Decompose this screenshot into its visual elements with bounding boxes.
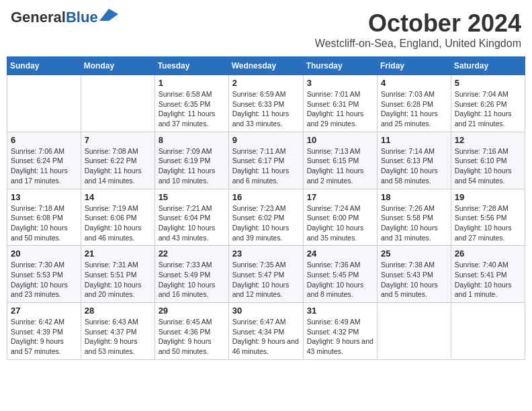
calendar-cell: 3Sunrise: 7:01 AM Sunset: 6:31 PM Daylig… <box>303 75 377 132</box>
day-info: Sunrise: 7:33 AM Sunset: 5:49 PM Dayligh… <box>159 260 225 300</box>
day-info: Sunrise: 7:40 AM Sunset: 5:41 PM Dayligh… <box>455 260 521 300</box>
day-info: Sunrise: 7:04 AM Sunset: 6:26 PM Dayligh… <box>455 89 521 129</box>
weekday-header: Thursday <box>303 57 377 75</box>
day-number: 21 <box>85 248 151 259</box>
calendar-cell: 15Sunrise: 7:21 AM Sunset: 6:04 PM Dayli… <box>154 189 228 246</box>
calendar-cell <box>451 303 525 360</box>
day-number: 13 <box>11 192 77 202</box>
day-number: 17 <box>307 192 373 202</box>
day-number: 22 <box>159 248 225 259</box>
weekday-header: Wednesday <box>228 57 303 75</box>
day-info: Sunrise: 7:11 AM Sunset: 6:17 PM Dayligh… <box>232 146 300 186</box>
day-number: 25 <box>381 248 447 259</box>
calendar-cell: 12Sunrise: 7:16 AM Sunset: 6:10 PM Dayli… <box>451 132 525 189</box>
day-number: 6 <box>11 135 77 145</box>
calendar-cell: 21Sunrise: 7:31 AM Sunset: 5:51 PM Dayli… <box>81 246 154 303</box>
day-number: 7 <box>85 135 151 145</box>
calendar-cell: 10Sunrise: 7:13 AM Sunset: 6:15 PM Dayli… <box>303 132 377 189</box>
weekday-header: Sunday <box>7 57 81 75</box>
day-info: Sunrise: 7:16 AM Sunset: 6:10 PM Dayligh… <box>455 146 521 186</box>
calendar-cell: 6Sunrise: 7:06 AM Sunset: 6:24 PM Daylig… <box>7 132 81 189</box>
weekday-header: Friday <box>378 57 451 75</box>
calendar-cell: 24Sunrise: 7:36 AM Sunset: 5:45 PM Dayli… <box>303 246 377 303</box>
day-info: Sunrise: 6:58 AM Sunset: 6:35 PM Dayligh… <box>159 89 225 129</box>
day-number: 8 <box>159 135 225 145</box>
calendar-cell: 7Sunrise: 7:08 AM Sunset: 6:22 PM Daylig… <box>81 132 154 189</box>
day-number: 16 <box>232 192 300 202</box>
day-number: 19 <box>455 192 521 202</box>
location: Westcliff-on-Sea, England, United Kingdo… <box>315 38 521 50</box>
day-number: 12 <box>455 135 521 145</box>
day-info: Sunrise: 6:47 AM Sunset: 4:34 PM Dayligh… <box>232 317 300 357</box>
calendar-cell: 1Sunrise: 6:58 AM Sunset: 6:35 PM Daylig… <box>154 75 228 132</box>
day-number: 4 <box>381 78 447 88</box>
day-info: Sunrise: 7:08 AM Sunset: 6:22 PM Dayligh… <box>85 146 151 186</box>
day-number: 14 <box>85 192 151 202</box>
day-number: 31 <box>307 306 373 316</box>
calendar-cell: 16Sunrise: 7:23 AM Sunset: 6:02 PM Dayli… <box>228 189 303 246</box>
calendar-cell: 13Sunrise: 7:18 AM Sunset: 6:08 PM Dayli… <box>7 189 81 246</box>
page-header: GeneralBlue October 2024 Westcliff-on-Se… <box>7 7 525 52</box>
calendar-cell: 9Sunrise: 7:11 AM Sunset: 6:17 PM Daylig… <box>228 132 303 189</box>
calendar-table: SundayMondayTuesdayWednesdayThursdayFrid… <box>7 56 525 360</box>
calendar-week-row: 1Sunrise: 6:58 AM Sunset: 6:35 PM Daylig… <box>7 75 525 132</box>
calendar-cell: 14Sunrise: 7:19 AM Sunset: 6:06 PM Dayli… <box>81 189 154 246</box>
day-number: 11 <box>381 135 447 145</box>
day-info: Sunrise: 7:36 AM Sunset: 5:45 PM Dayligh… <box>307 260 373 300</box>
calendar-week-row: 6Sunrise: 7:06 AM Sunset: 6:24 PM Daylig… <box>7 132 525 189</box>
day-number: 29 <box>159 306 225 316</box>
calendar-cell <box>378 303 451 360</box>
logo-text: GeneralBlue <box>11 9 98 26</box>
calendar-cell: 30Sunrise: 6:47 AM Sunset: 4:34 PM Dayli… <box>228 303 303 360</box>
day-number: 10 <box>307 135 373 145</box>
day-info: Sunrise: 7:31 AM Sunset: 5:51 PM Dayligh… <box>85 260 151 300</box>
calendar-cell: 29Sunrise: 6:45 AM Sunset: 4:36 PM Dayli… <box>154 303 228 360</box>
calendar-cell <box>7 75 81 132</box>
calendar-cell: 17Sunrise: 7:24 AM Sunset: 6:00 PM Dayli… <box>303 189 377 246</box>
logo: GeneralBlue <box>11 9 118 26</box>
calendar-cell: 31Sunrise: 6:49 AM Sunset: 4:32 PM Dayli… <box>303 303 377 360</box>
day-number: 26 <box>455 248 521 259</box>
day-number: 3 <box>307 78 373 88</box>
calendar-cell: 28Sunrise: 6:43 AM Sunset: 4:37 PM Dayli… <box>81 303 154 360</box>
calendar-cell: 11Sunrise: 7:14 AM Sunset: 6:13 PM Dayli… <box>378 132 451 189</box>
day-info: Sunrise: 7:09 AM Sunset: 6:19 PM Dayligh… <box>159 146 225 186</box>
calendar-cell: 18Sunrise: 7:26 AM Sunset: 5:58 PM Dayli… <box>378 189 451 246</box>
day-number: 23 <box>232 248 300 259</box>
day-info: Sunrise: 7:30 AM Sunset: 5:53 PM Dayligh… <box>11 260 77 300</box>
calendar-cell: 2Sunrise: 6:59 AM Sunset: 6:33 PM Daylig… <box>228 75 303 132</box>
month-title: October 2024 <box>315 9 521 38</box>
day-info: Sunrise: 7:23 AM Sunset: 6:02 PM Dayligh… <box>232 203 300 243</box>
day-info: Sunrise: 7:28 AM Sunset: 5:56 PM Dayligh… <box>455 203 521 243</box>
calendar-cell: 27Sunrise: 6:42 AM Sunset: 4:39 PM Dayli… <box>7 303 81 360</box>
calendar-cell: 8Sunrise: 7:09 AM Sunset: 6:19 PM Daylig… <box>154 132 228 189</box>
day-number: 24 <box>307 248 373 259</box>
calendar-cell: 20Sunrise: 7:30 AM Sunset: 5:53 PM Dayli… <box>7 246 81 303</box>
day-number: 1 <box>159 78 225 88</box>
day-info: Sunrise: 7:01 AM Sunset: 6:31 PM Dayligh… <box>307 89 373 129</box>
calendar-cell: 23Sunrise: 7:35 AM Sunset: 5:47 PM Dayli… <box>228 246 303 303</box>
day-info: Sunrise: 6:45 AM Sunset: 4:36 PM Dayligh… <box>159 317 225 357</box>
day-number: 30 <box>232 306 300 316</box>
calendar-cell: 4Sunrise: 7:03 AM Sunset: 6:28 PM Daylig… <box>378 75 451 132</box>
day-info: Sunrise: 6:59 AM Sunset: 6:33 PM Dayligh… <box>232 89 300 129</box>
day-number: 18 <box>381 192 447 202</box>
svg-marker-0 <box>99 9 118 21</box>
day-info: Sunrise: 7:21 AM Sunset: 6:04 PM Dayligh… <box>159 203 225 243</box>
day-info: Sunrise: 6:43 AM Sunset: 4:37 PM Dayligh… <box>85 317 151 357</box>
day-number: 28 <box>85 306 151 316</box>
day-info: Sunrise: 7:38 AM Sunset: 5:43 PM Dayligh… <box>381 260 447 300</box>
logo-icon <box>99 9 118 21</box>
calendar-cell: 22Sunrise: 7:33 AM Sunset: 5:49 PM Dayli… <box>154 246 228 303</box>
calendar-cell <box>81 75 154 132</box>
calendar-cell: 26Sunrise: 7:40 AM Sunset: 5:41 PM Dayli… <box>451 246 525 303</box>
weekday-header: Tuesday <box>154 57 228 75</box>
calendar-cell: 5Sunrise: 7:04 AM Sunset: 6:26 PM Daylig… <box>451 75 525 132</box>
day-number: 15 <box>159 192 225 202</box>
day-info: Sunrise: 7:24 AM Sunset: 6:00 PM Dayligh… <box>307 203 373 243</box>
day-info: Sunrise: 7:06 AM Sunset: 6:24 PM Dayligh… <box>11 146 77 186</box>
day-number: 5 <box>455 78 521 88</box>
day-info: Sunrise: 6:42 AM Sunset: 4:39 PM Dayligh… <box>11 317 77 357</box>
calendar-week-row: 13Sunrise: 7:18 AM Sunset: 6:08 PM Dayli… <box>7 189 525 246</box>
day-info: Sunrise: 7:14 AM Sunset: 6:13 PM Dayligh… <box>381 146 447 186</box>
